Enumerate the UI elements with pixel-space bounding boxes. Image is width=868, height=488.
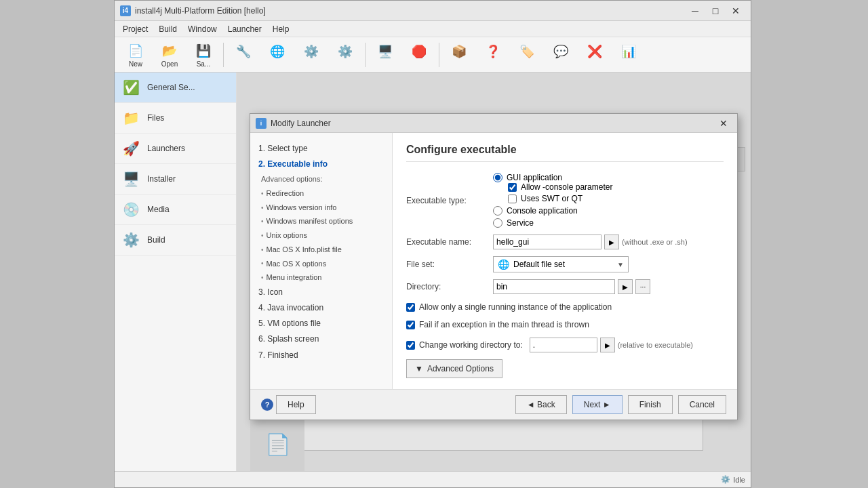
back-label: ◄ Back xyxy=(527,400,555,409)
tool-btn-9[interactable]: 🛑 xyxy=(403,40,435,70)
menu-project[interactable]: Project xyxy=(117,23,153,35)
status-bar: ⚙️ Idle xyxy=(115,471,751,487)
open-project-button[interactable]: 📂 Open xyxy=(154,40,185,70)
checkbox-swt-qt-label: Uses SWT or QT xyxy=(521,194,583,203)
sidebar-item-build[interactable]: ⚙️ Build xyxy=(115,225,236,256)
save-button[interactable]: 💾 Sa... xyxy=(188,40,219,70)
directory-label: Directory: xyxy=(406,282,488,291)
radio-gui-input[interactable] xyxy=(493,173,502,182)
single-instance-checkbox[interactable] xyxy=(406,303,415,312)
tool-btn-15[interactable]: 📊 xyxy=(613,40,644,70)
sidebar-item-files[interactable]: 📁 Files xyxy=(115,103,236,134)
menu-launcher[interactable]: Launcher xyxy=(222,23,267,35)
save-label: Sa... xyxy=(197,60,211,68)
modal-title: Modify Launcher xyxy=(271,119,715,128)
nav-step-2[interactable]: 2. Executable info xyxy=(256,157,387,172)
open-project-icon: 📂 xyxy=(160,42,179,60)
checkbox-swt-qt-input[interactable] xyxy=(508,195,517,203)
executable-name-browse-button[interactable]: ▶ xyxy=(604,235,619,249)
next-button[interactable]: Next ► xyxy=(572,395,623,414)
finish-button[interactable]: Finish xyxy=(628,395,673,414)
nav-step-7[interactable]: 7. Finished xyxy=(256,348,387,363)
sidebar-item-launchers[interactable]: 🚀 Launchers xyxy=(115,134,236,164)
radio-console[interactable]: Console application xyxy=(493,206,612,216)
radio-console-input[interactable] xyxy=(493,206,502,216)
file-set-dropdown[interactable]: 🌐 Default file set ▼ xyxy=(493,256,629,272)
working-dir-checkbox[interactable] xyxy=(406,341,415,350)
nav-redirection[interactable]: • Redirection xyxy=(261,186,387,201)
checkbox-console-param-input[interactable] xyxy=(508,183,517,192)
cancel-label: Cancel xyxy=(690,400,715,409)
checkbox-console-param[interactable]: Allow -console parameter xyxy=(508,182,612,192)
directory-input[interactable] xyxy=(493,279,615,294)
title-bar-controls: ─ □ ✕ xyxy=(686,3,745,18)
radio-service-input[interactable] xyxy=(493,218,502,228)
separator-2 xyxy=(365,43,366,67)
fileset-value: Default file set xyxy=(513,260,613,269)
tool-btn-8[interactable]: 🖥️ xyxy=(370,40,401,70)
executable-name-input[interactable] xyxy=(493,235,601,249)
tool-btn-13[interactable]: 💬 xyxy=(545,40,576,70)
fail-exception-label: Fail if an exception in the main thread … xyxy=(419,320,589,329)
nav-windows-version[interactable]: • Windows version info xyxy=(261,201,387,215)
app-window: i4 install4j Multi-Platform Edition [hel… xyxy=(114,0,751,488)
nav-windows-manifest[interactable]: • Windows manifest options xyxy=(261,214,387,228)
checkbox-swt-qt[interactable]: Uses SWT or QT xyxy=(508,194,612,203)
menu-build[interactable]: Build xyxy=(153,23,182,35)
tool-btn-5[interactable]: 🌐 xyxy=(262,40,293,70)
nav-step-4[interactable]: 4. Java invocation xyxy=(256,300,387,316)
executable-name-input-group: ▶ (without .exe or .sh) xyxy=(493,235,688,249)
status-icon: ⚙️ xyxy=(721,475,730,484)
fileset-arrow-icon: ▼ xyxy=(617,261,624,268)
working-dir-input[interactable] xyxy=(530,338,597,352)
tool-icon-12: 🏷️ xyxy=(517,42,536,61)
working-dir-browse-button[interactable]: ▶ xyxy=(600,338,615,352)
nav-mac-options[interactable]: • Mac OS X options xyxy=(261,257,387,271)
fail-exception-row[interactable]: Fail if an exception in the main thread … xyxy=(406,319,724,331)
help-button[interactable]: Help xyxy=(276,395,316,414)
nav-unix-options[interactable]: • Unix options xyxy=(261,228,387,243)
tool-btn-4[interactable]: 🔧 xyxy=(228,40,259,70)
tool-btn-12[interactable]: 🏷️ xyxy=(511,40,542,70)
menu-help[interactable]: Help xyxy=(267,23,295,35)
nav-mac-info-plist[interactable]: • Mac OS X Info.plist file xyxy=(261,243,387,257)
tool-btn-11[interactable]: ❓ xyxy=(477,40,509,70)
gui-suboptions: Allow -console parameter Uses SWT or QT xyxy=(508,182,612,203)
back-button[interactable]: ◄ Back xyxy=(515,395,567,414)
sidebar-item-installer[interactable]: 🖥️ Installer xyxy=(115,164,236,195)
tool-btn-6[interactable]: ⚙️ xyxy=(296,40,327,70)
cancel-button[interactable]: Cancel xyxy=(678,395,726,414)
maximize-button[interactable]: □ xyxy=(706,3,725,18)
radio-service[interactable]: Service xyxy=(493,218,612,228)
directory-more-button[interactable]: ··· xyxy=(635,279,650,294)
directory-browse-button[interactable]: ▶ xyxy=(618,279,633,294)
executable-type-row: Executable type: GUI application xyxy=(406,173,724,228)
tool-btn-7[interactable]: ⚙️ xyxy=(330,40,361,70)
new-project-button[interactable]: 📄 New xyxy=(120,40,151,70)
nav-step-3[interactable]: 3. Icon xyxy=(256,285,387,300)
tool-btn-14[interactable]: ❌ xyxy=(579,40,610,70)
installer-icon: 🖥️ xyxy=(120,168,142,190)
tool-icon-15: 📊 xyxy=(619,42,638,61)
tool-btn-10[interactable]: 📦 xyxy=(443,40,475,70)
radio-console-label: Console application xyxy=(507,206,578,216)
minimize-button[interactable]: ─ xyxy=(686,3,705,18)
radio-gui[interactable]: GUI application xyxy=(493,173,612,182)
fail-exception-checkbox[interactable] xyxy=(406,321,415,329)
single-instance-row[interactable]: Allow only a single running instance of … xyxy=(406,301,724,313)
sidebar: ✅ General Se... 📁 Files 🚀 Launchers 🖥️ I… xyxy=(115,73,237,471)
modal-close-button[interactable]: ✕ xyxy=(715,117,732,130)
advanced-options-button[interactable]: ▼ Advanced Options xyxy=(406,359,502,378)
nav-menu-integration[interactable]: • Menu integration xyxy=(261,270,387,285)
sidebar-item-general[interactable]: ✅ General Se... xyxy=(115,73,236,103)
modal-title-bar: i Modify Launcher ✕ xyxy=(250,114,737,133)
nav-step-1[interactable]: 1. Select type xyxy=(256,141,387,157)
tool-icon-11: ❓ xyxy=(484,42,502,61)
sidebar-label-build: Build xyxy=(147,235,165,245)
nav-step-5[interactable]: 5. VM options file xyxy=(256,316,387,331)
menu-window[interactable]: Window xyxy=(182,23,222,35)
content-area: ✅ General Se... 📁 Files 🚀 Launchers 🖥️ I… xyxy=(115,73,751,471)
sidebar-item-media[interactable]: 💿 Media xyxy=(115,195,236,225)
close-button[interactable]: ✕ xyxy=(726,3,745,18)
nav-step-6[interactable]: 6. Splash screen xyxy=(256,331,387,347)
